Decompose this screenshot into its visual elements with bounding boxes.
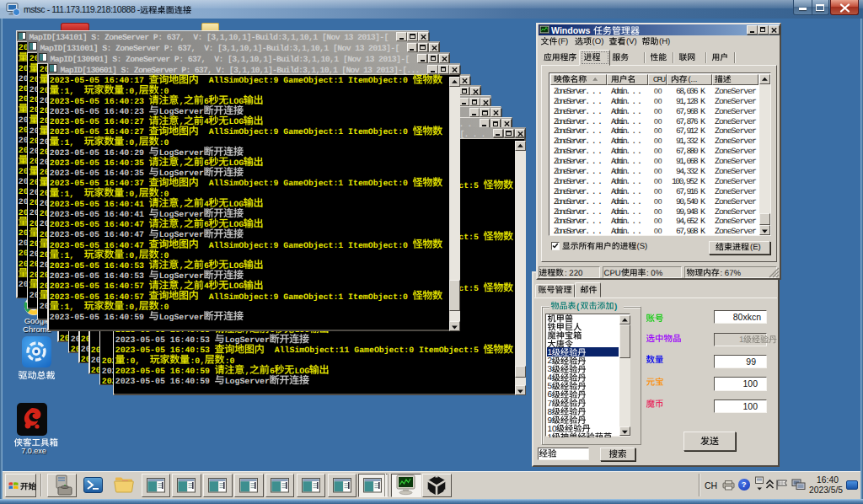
- svg-text:,: ,: [179, 158, 184, 168]
- svg-text:67,876 K: 67,876 K: [676, 117, 705, 126]
- svg-text:LOG: LOG: [228, 117, 244, 126]
- svg-text:2023-05-05 16:40:47: 2023-05-05 16:40:47: [50, 220, 144, 229]
- svg-text:91,068 K: 91,068 K: [676, 157, 705, 166]
- svg-text:ZoneServer. . .: ZoneServer. . .: [554, 227, 603, 236]
- svg-text:2023-05-05 16:40:23: 2023-05-05 16:40:23: [50, 96, 144, 105]
- svg-text:Admin. . .: Admin. . .: [611, 167, 642, 176]
- svg-text:LOG: LOG: [228, 220, 244, 229]
- svg-text:ZoneServer. . .: ZoneServer. . .: [554, 167, 603, 176]
- svg-text:LOG: LOG: [228, 96, 244, 105]
- svg-text:1: 1: [548, 433, 553, 442]
- svg-text:2023-05-05 16:40:37: 2023-05-05 16:40:37: [50, 179, 144, 188]
- svg-text:00: 00: [654, 126, 662, 135]
- svg-text:2023-05-05 16:40:53: 2023-05-05 16:40:53: [115, 335, 209, 345]
- svg-text::0: :0: [224, 356, 234, 365]
- svg-text:Admin. . .: Admin. . .: [611, 177, 642, 186]
- svg-text:AllSimObject:11 GameObject:0 I: AllSimObject:11 GameObject:0 ItemObject:…: [274, 346, 478, 355]
- svg-text:Admin. . .: Admin. . .: [611, 227, 642, 236]
- svg-text:2023-05-05 16:40:29: 2023-05-05 16:40:29: [50, 147, 144, 157]
- svg-text:AllSimObject:9 GameObject:1 It: AllSimObject:9 GameObject:1 ItemObject:0: [209, 76, 408, 85]
- svg-text:00: 00: [654, 187, 662, 196]
- svg-text:ZoneServer: ZoneServer: [715, 167, 757, 176]
- svg-text:,: ,: [179, 96, 184, 105]
- svg-text:94,332 K: 94,332 K: [676, 167, 705, 176]
- svg-text:00: 00: [654, 157, 662, 165]
- svg-text:100,952 K: 100,952 K: [672, 177, 705, 186]
- svg-text:Admin. . .: Admin. . .: [611, 197, 642, 206]
- svg-text:00: 00: [654, 207, 662, 216]
- svg-text:ZoneServer. . .: ZoneServer. . .: [554, 177, 603, 186]
- svg-text::1,: :1,: [60, 302, 75, 311]
- svg-text::0,: :0,: [124, 189, 139, 198]
- svg-text:6: 6: [204, 261, 209, 271]
- svg-text:Admin. . .: Admin. . .: [611, 137, 642, 146]
- svg-text:ZoneServer. . .: ZoneServer. . .: [554, 187, 603, 196]
- svg-text:LogServer: LogServer: [159, 147, 204, 157]
- svg-text:: 220: : 220: [565, 269, 582, 278]
- svg-text:ZoneServer: ZoneServer: [715, 197, 757, 206]
- svg-text:00: 00: [654, 97, 662, 105]
- svg-text:00: 00: [654, 227, 662, 235]
- svg-text:68,036 K: 68,036 K: [676, 87, 705, 96]
- svg-text:2023-05-05 16:40:53: 2023-05-05 16:40:53: [50, 271, 144, 281]
- svg-text:ZoneServer. . .: ZoneServer. . .: [554, 137, 603, 146]
- svg-text:(F): (F): [558, 37, 568, 46]
- svg-text:ZoneServer: ZoneServer: [715, 117, 757, 126]
- svg-text:2023-05-05 16:40:23: 2023-05-05 16:40:23: [50, 107, 144, 116]
- svg-text:ZoneServer. . .: ZoneServer. . .: [554, 126, 603, 136]
- svg-text:Admin. . .: Admin. . .: [611, 147, 642, 156]
- svg-text:,: ,: [179, 117, 184, 126]
- svg-text:2023-05-05 16:40:59: 2023-05-05 16:40:59: [115, 376, 209, 385]
- svg-text:(...: (...: [689, 75, 698, 83]
- svg-text:ZoneServer: ZoneServer: [715, 137, 757, 146]
- svg-text:ZoneServer. . .: ZoneServer. . .: [554, 197, 603, 206]
- svg-text:2023-05-05 16:40:27: 2023-05-05 16:40:27: [50, 127, 144, 137]
- svg-text:LOG: LOG: [228, 199, 244, 208]
- svg-text:CPU: CPU: [653, 75, 666, 83]
- svg-text:(O): (O): [592, 37, 604, 46]
- svg-text:LogServer: LogServer: [159, 230, 204, 239]
- svg-text:CPU: CPU: [604, 269, 621, 278]
- svg-text:AllSimObject:9 GameObject:1 It: AllSimObject:9 GameObject:1 ItemObject:0: [209, 179, 408, 188]
- svg-text:6: 6: [204, 96, 209, 105]
- svg-text::1,: :1,: [60, 250, 75, 260]
- svg-text:ZoneServer: ZoneServer: [715, 107, 757, 116]
- svg-text:Admin. . .: Admin. . .: [611, 97, 642, 106]
- svg-text:LogServer: LogServer: [224, 376, 269, 385]
- svg-text:ZoneServer. . .: ZoneServer. . .: [554, 207, 603, 217]
- svg-text:MapID[130601] S: ZoneServer P:: MapID[130601] S: ZoneServer P: 637, V: […: [61, 66, 421, 75]
- svg-text:Admin. . .: Admin. . .: [611, 207, 642, 217]
- svg-text:ZoneServer: ZoneServer: [715, 157, 757, 166]
- svg-text:(E): (E): [750, 243, 761, 252]
- svg-text:ZoneServer. . .: ZoneServer. . .: [554, 157, 603, 166]
- svg-text:LOG: LOG: [294, 366, 309, 375]
- svg-text:(V): (V): [626, 37, 637, 46]
- svg-text:2023-05-05 16:40:53: 2023-05-05 16:40:53: [50, 261, 144, 271]
- svg-text::0: :0: [159, 250, 169, 260]
- svg-text::0,: :0,: [125, 356, 140, 365]
- svg-text:67,912 K: 67,912 K: [676, 126, 705, 136]
- svg-text::0: :0: [159, 189, 169, 198]
- svg-text:,: ,: [179, 199, 184, 208]
- svg-text:2023-05-05 16:40:47: 2023-05-05 16:40:47: [50, 230, 144, 239]
- svg-text:4: 4: [204, 199, 209, 208]
- svg-text:Admin. . .: Admin. . .: [611, 157, 642, 166]
- svg-text:91,128 K: 91,128 K: [676, 97, 705, 106]
- svg-text::0,: :0,: [124, 250, 139, 260]
- svg-text:AllSimObject:9 GameObject:1 It: AllSimObject:9 GameObject:1 ItemObject:0: [209, 127, 408, 137]
- svg-text:ZoneServer: ZoneServer: [715, 177, 757, 186]
- svg-text:Admin. . .: Admin. . .: [611, 87, 642, 96]
- svg-text:00: 00: [654, 87, 662, 95]
- svg-text:4: 4: [204, 117, 209, 126]
- svg-text:ZoneServer. . .: ZoneServer. . .: [554, 97, 603, 106]
- svg-text:91,332 K: 91,332 K: [676, 137, 705, 146]
- svg-text:6: 6: [204, 220, 209, 229]
- svg-text:LOG: LOG: [228, 261, 244, 271]
- svg-text:00: 00: [654, 117, 662, 126]
- svg-text:Admin. . .: Admin. . .: [611, 126, 642, 136]
- svg-text:ZoneServer: ZoneServer: [715, 217, 757, 226]
- svg-text::0,: :0,: [124, 302, 139, 311]
- svg-text:ZoneServer. . .: ZoneServer. . .: [554, 217, 603, 226]
- svg-text:: 67%: : 67%: [721, 269, 742, 278]
- svg-text:(S): (S): [637, 242, 648, 251]
